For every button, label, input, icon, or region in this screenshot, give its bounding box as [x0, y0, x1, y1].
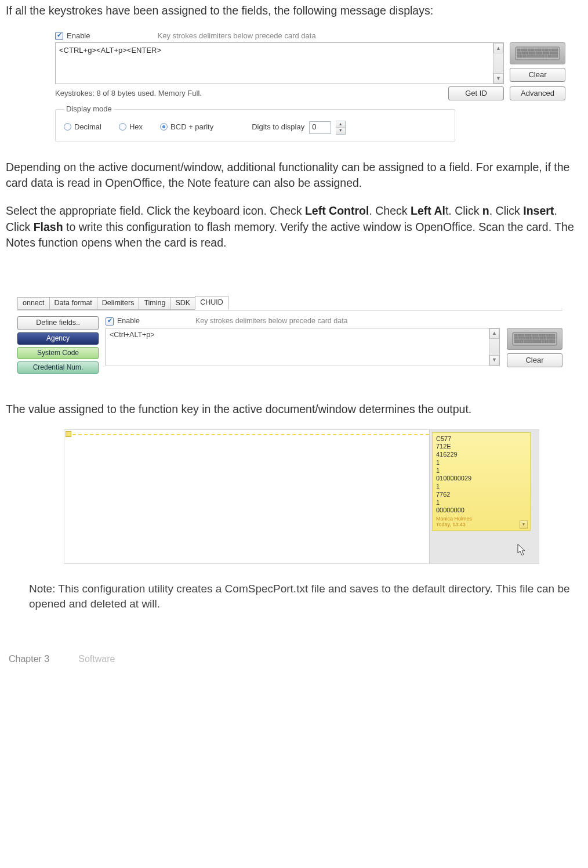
- digits-spinner[interactable]: ▲ ▼: [336, 121, 346, 135]
- sticky-note[interactable]: C577 712E 416229 1 1 0100000029 1 7762 1…: [432, 432, 531, 531]
- svg-rect-54: [545, 340, 548, 343]
- svg-rect-40: [514, 337, 518, 339]
- keyboard-icon: [515, 46, 560, 60]
- svg-rect-25: [545, 55, 547, 57]
- enable-checkbox-2[interactable]: [106, 317, 114, 326]
- digits-input[interactable]: 0: [309, 121, 331, 134]
- footer-title: Software: [78, 653, 115, 666]
- svg-rect-11: [552, 49, 558, 51]
- txt: Select the appropriate field. Click the …: [6, 204, 305, 217]
- chuid-panel: onnect Data format Delimiters Timing SDK…: [17, 296, 562, 374]
- spinner-down-icon[interactable]: ▼: [336, 128, 345, 134]
- spinner-up-icon[interactable]: ▲: [336, 121, 345, 128]
- note-sidebar: C577 712E 416229 1 1 0100000029 1 7762 1…: [429, 430, 539, 563]
- enable-checkbox[interactable]: [55, 32, 63, 40]
- txt: t. Click: [445, 204, 482, 217]
- intro-paragraph: If all the keystrokes have been assigned…: [6, 3, 582, 19]
- svg-rect-15: [529, 52, 532, 54]
- scroll-down-icon[interactable]: ▼: [493, 73, 503, 84]
- keystrokes-textarea[interactable]: <CTRL+g><ALT+p><ENTER> ▲ ▼: [55, 42, 504, 84]
- radio-bcd-label: BCD + parity: [170, 122, 213, 131]
- scroll-up-icon[interactable]: ▲: [493, 43, 503, 53]
- svg-rect-42: [522, 337, 525, 339]
- keyboard-icon-button[interactable]: [510, 42, 565, 64]
- svg-rect-27: [551, 55, 558, 57]
- display-mode-group: Display mode Decimal Hex BCD + parity Di…: [55, 104, 455, 142]
- radio-decimal[interactable]: Decimal: [64, 122, 101, 132]
- svg-rect-38: [546, 334, 549, 337]
- tab-bar: onnect Data format Delimiters Timing SDK…: [17, 296, 562, 310]
- enable-label: Enable: [67, 31, 90, 41]
- field-credential-num[interactable]: Credential Num.: [17, 361, 99, 374]
- tab-sdk[interactable]: SDK: [170, 297, 195, 310]
- svg-rect-9: [545, 49, 548, 51]
- bold-left-control: Left Control: [305, 204, 369, 217]
- get-id-button[interactable]: Get ID: [448, 86, 504, 100]
- svg-rect-45: [533, 337, 536, 339]
- keystrokes-value-2: <Ctrl+ALT+p>: [110, 331, 155, 339]
- advanced-button[interactable]: Advanced: [510, 86, 565, 100]
- note-menu-icon[interactable]: ▾: [520, 520, 528, 529]
- field-agency[interactable]: Agency: [17, 332, 99, 345]
- svg-rect-5: [531, 49, 534, 51]
- mid-paragraph: Depending on the active document/window,…: [6, 160, 582, 191]
- tab-chuid[interactable]: CHUID: [195, 296, 228, 310]
- note-line: 1: [436, 483, 527, 491]
- document-area[interactable]: [64, 430, 429, 563]
- tab-connect[interactable]: onnect: [17, 297, 50, 310]
- radio-hex-label: Hex: [129, 122, 143, 131]
- keystrokes-hint: Key strokes delimiters below precede car…: [157, 31, 315, 41]
- svg-rect-17: [536, 52, 539, 54]
- instruction-paragraph: Select the appropriate field. Click the …: [6, 203, 582, 251]
- txt: to write this configuration to flash mem…: [6, 220, 574, 249]
- scroll-down-icon[interactable]: ▼: [489, 355, 499, 366]
- bold-insert: Insert: [523, 204, 554, 217]
- svg-rect-52: [524, 340, 541, 343]
- radio-bcd[interactable]: BCD + parity: [160, 122, 213, 132]
- field-system-code[interactable]: System Code: [17, 347, 99, 359]
- enable-label-2: Enable: [117, 316, 140, 327]
- note-line: 1: [436, 499, 527, 507]
- keystrokes-textarea-2[interactable]: <Ctrl+ALT+p> ▲ ▼: [106, 328, 500, 366]
- svg-rect-47: [540, 337, 543, 339]
- svg-rect-4: [528, 49, 531, 51]
- note-line: 712E: [436, 443, 527, 451]
- tab-data-format[interactable]: Data format: [49, 297, 97, 310]
- svg-rect-53: [542, 340, 545, 343]
- svg-rect-6: [535, 49, 538, 51]
- svg-rect-10: [549, 49, 551, 51]
- svg-rect-21: [550, 52, 558, 54]
- note-line: 416229: [436, 451, 527, 459]
- define-fields-button[interactable]: Define fields..: [17, 316, 99, 330]
- radio-hex[interactable]: Hex: [119, 122, 143, 132]
- svg-rect-55: [549, 340, 555, 343]
- svg-rect-36: [539, 334, 542, 337]
- clear-button-2[interactable]: Clear: [507, 353, 562, 367]
- svg-rect-20: [546, 52, 549, 54]
- tab-timing[interactable]: Timing: [139, 297, 170, 310]
- txt: . Click: [489, 204, 524, 217]
- svg-rect-39: [549, 334, 555, 337]
- tab-delimiters[interactable]: Delimiters: [97, 297, 140, 310]
- svg-rect-29: [514, 334, 517, 337]
- svg-rect-35: [535, 334, 538, 337]
- scrollbar-2[interactable]: ▲ ▼: [489, 328, 499, 366]
- note-line: 0100000029: [436, 475, 527, 483]
- svg-rect-34: [532, 334, 535, 337]
- scroll-up-icon[interactable]: ▲: [489, 328, 499, 339]
- svg-rect-23: [523, 55, 526, 57]
- clear-button[interactable]: Clear: [510, 68, 565, 82]
- note-anchor-icon[interactable]: [66, 431, 71, 437]
- scrollbar[interactable]: ▲ ▼: [493, 43, 503, 84]
- svg-rect-51: [520, 340, 523, 343]
- note-line: 1: [436, 467, 527, 475]
- svg-rect-48: [543, 337, 546, 339]
- note-line: 00000000: [436, 507, 527, 515]
- svg-rect-46: [536, 337, 539, 339]
- svg-rect-24: [527, 55, 544, 57]
- keyboard-icon-button-2[interactable]: [507, 328, 562, 350]
- keystrokes-status: Keystrokes: 8 of 8 bytes used. Memory Fu…: [55, 88, 442, 99]
- note-line: C577: [436, 435, 527, 443]
- note-line: 1: [436, 459, 527, 467]
- display-mode-legend: Display mode: [64, 104, 114, 114]
